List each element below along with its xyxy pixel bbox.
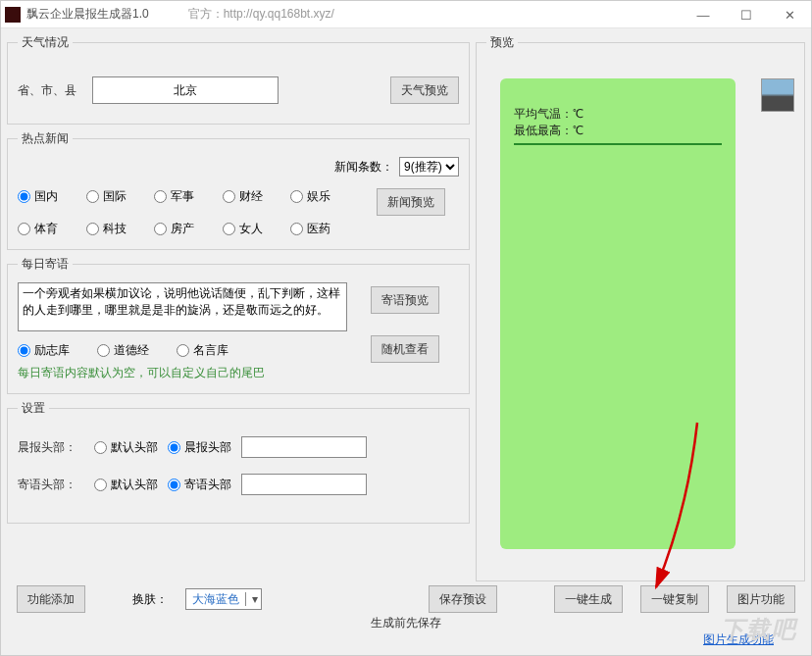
chat-bubble: 平均气温：℃ 最低最高：℃ — [500, 78, 736, 549]
weather-legend: 天气情况 — [18, 34, 73, 51]
quote-random-button[interactable]: 随机查看 — [371, 335, 439, 363]
quote-textarea[interactable] — [18, 282, 347, 331]
window-title: 飘云企业晨报生成器1.0 — [26, 6, 149, 23]
quote-head-input[interactable] — [241, 474, 367, 495]
quote-default-radio[interactable]: 默认头部 — [94, 477, 158, 493]
morning-head-label: 晨报头部： — [18, 439, 84, 456]
news-legend: 热点新闻 — [18, 130, 73, 147]
quote-radio-道德经[interactable]: 道德经 — [97, 342, 149, 359]
close-button[interactable]: ✕ — [768, 1, 811, 28]
news-count-label: 新闻条数： — [334, 159, 393, 176]
news-radio-女人[interactable]: 女人 — [223, 221, 283, 237]
morning-custom-radio[interactable]: 晨报头部 — [168, 439, 231, 456]
news-category-radios: 国内国际军事财经娱乐体育科技房产女人医药 — [18, 188, 351, 237]
window-controls: — ☐ ✕ — [682, 1, 811, 28]
save-caption: 生成前先保存 — [1, 615, 811, 631]
one-copy-button[interactable]: 一键复制 — [640, 585, 709, 613]
news-radio-体育[interactable]: 体育 — [18, 221, 78, 237]
news-radio-医药[interactable]: 医药 — [290, 221, 351, 237]
news-radio-娱乐[interactable]: 娱乐 — [290, 188, 351, 205]
skin-label: 换肤： — [132, 591, 168, 608]
preview-legend: 预览 — [486, 34, 518, 51]
avg-temp-line: 平均气温：℃ — [514, 106, 722, 123]
quote-hint: 每日寄语内容默认为空，可以自定义自己的尾巴 — [18, 365, 347, 381]
quote-preview-button[interactable]: 寄语预览 — [371, 286, 439, 314]
news-count-select[interactable]: 9(推荐) — [399, 157, 459, 177]
quote-legend: 每日寄语 — [18, 256, 73, 273]
quote-custom-radio[interactable]: 寄语头部 — [168, 477, 231, 493]
pic-generate-link[interactable]: 图片生成功能 — [703, 632, 774, 646]
save-preset-button[interactable]: 保存预设 — [429, 585, 497, 613]
settings-section: 设置 晨报头部： 默认头部 晨报头部 寄语头部： 默认头部 寄语头部 — [7, 400, 470, 524]
content-area: 天气情况 省、市、县 天气预览 热点新闻 新闻条数： 9(推荐) 国内国际军事财… — [1, 28, 811, 583]
news-preview-button[interactable]: 新闻预览 — [377, 188, 445, 216]
settings-legend: 设置 — [18, 400, 49, 417]
maximize-button[interactable]: ☐ — [725, 1, 768, 28]
weather-label: 省、市、县 — [18, 82, 84, 99]
quote-radio-名言库[interactable]: 名言库 — [177, 342, 228, 359]
one-generate-button[interactable]: 一键生成 — [554, 585, 623, 613]
titlebar: 飘云企业晨报生成器1.0 官方：http://qy.qq168bt.xyz/ —… — [1, 1, 811, 28]
pic-feature-button[interactable]: 图片功能 — [727, 585, 795, 613]
preview-section: 预览 平均气温：℃ 最低最高：℃ — [476, 34, 805, 581]
morning-default-radio[interactable]: 默认头部 — [94, 439, 158, 456]
bubble-divider — [514, 143, 722, 145]
quote-radio-励志库[interactable]: 励志库 — [18, 342, 70, 359]
pic-link-row: 图片生成功能 — [1, 631, 811, 648]
news-radio-房产[interactable]: 房产 — [154, 221, 215, 237]
news-radio-财经[interactable]: 财经 — [223, 188, 283, 205]
app-window: 飘云企业晨报生成器1.0 官方：http://qy.qq168bt.xyz/ —… — [0, 0, 812, 656]
window-url: 官方：http://qy.qq168bt.xyz/ — [188, 6, 334, 23]
news-radio-国内[interactable]: 国内 — [18, 188, 78, 205]
app-icon — [5, 7, 21, 23]
news-radio-科技[interactable]: 科技 — [86, 221, 147, 237]
morning-head-input[interactable] — [241, 436, 367, 458]
news-radio-国际[interactable]: 国际 — [86, 188, 147, 205]
skin-select[interactable]: 大海蓝色▾ — [185, 588, 262, 610]
range-temp-line: 最低最高：℃ — [514, 123, 722, 139]
left-column: 天气情况 省、市、县 天气预览 热点新闻 新闻条数： 9(推荐) 国内国际军事财… — [7, 34, 470, 581]
right-column: 预览 平均气温：℃ 最低最高：℃ — [476, 34, 805, 581]
weather-preview-button[interactable]: 天气预览 — [390, 76, 459, 104]
news-radio-军事[interactable]: 军事 — [154, 188, 215, 205]
quote-head-label: 寄语头部： — [18, 477, 84, 493]
weather-section: 天气情况 省、市、县 天气预览 — [7, 34, 470, 125]
quote-section: 每日寄语 励志库道德经名言库 每日寄语内容默认为空，可以自定义自己的尾巴 寄语预… — [7, 256, 470, 394]
bottom-bar: 功能添加 换肤： 大海蓝色▾ 保存预设 一键生成 一键复制 图片功能 — [1, 583, 811, 613]
chevron-down-icon[interactable]: ▾ — [245, 592, 261, 606]
location-input[interactable] — [92, 76, 279, 104]
news-section: 热点新闻 新闻条数： 9(推荐) 国内国际军事财经娱乐体育科技房产女人医药 新闻… — [7, 130, 470, 250]
quote-source-radios: 励志库道德经名言库 — [18, 342, 347, 359]
minimize-button[interactable]: — — [682, 1, 725, 28]
add-feature-button[interactable]: 功能添加 — [17, 585, 85, 613]
avatar — [761, 78, 794, 112]
